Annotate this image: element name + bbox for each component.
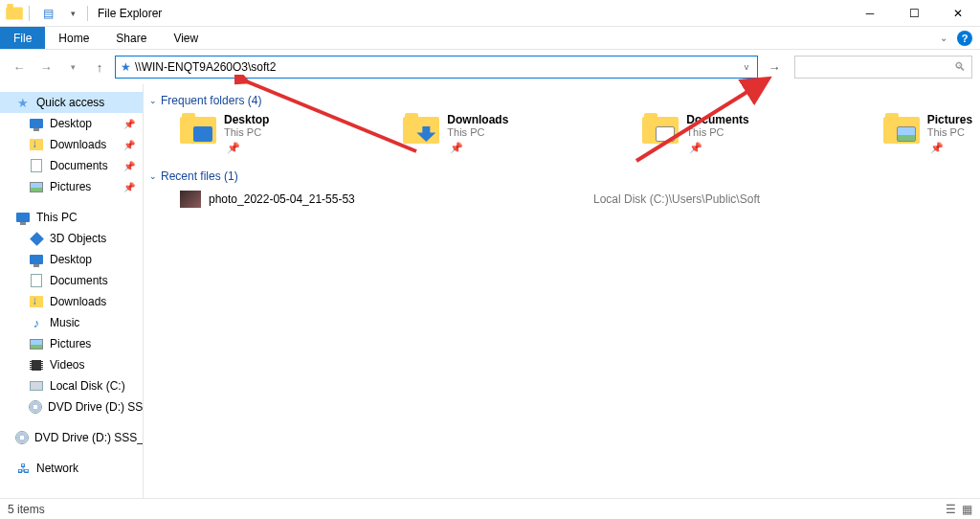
recent-locations-button[interactable]: ▾ — [61, 56, 84, 79]
sidebar-item-this-pc[interactable]: This PC — [0, 207, 143, 228]
ribbon-expand-icon[interactable]: ⌄ — [940, 33, 947, 43]
qat-properties-icon[interactable]: ▤ — [37, 3, 58, 24]
folder-location: This PC — [224, 126, 269, 138]
sidebar-label: Quick access — [36, 96, 104, 109]
sidebar-item-quick-access[interactable]: ★ Quick access — [0, 92, 143, 113]
downloads-icon — [29, 294, 44, 309]
recent-file-name: photo_2022-05-04_21-55-53 — [209, 192, 355, 206]
folder-location: This PC — [686, 126, 748, 138]
this-pc-icon — [15, 210, 31, 225]
folder-tile-pictures[interactable]: Pictures This PC 📌 — [883, 113, 972, 154]
sidebar-label: DVD Drive (D:) SSS_X… — [48, 400, 144, 414]
quick-access-star-icon: ★ — [116, 60, 135, 74]
disc-icon — [29, 399, 42, 415]
sidebar-item-downloads[interactable]: Downloads 📌 — [0, 134, 143, 155]
sidebar-label: Downloads — [50, 295, 106, 308]
documents-icon — [29, 158, 44, 173]
documents-icon — [29, 273, 44, 288]
status-item-count: 5 items — [8, 503, 45, 516]
sidebar-item-downloads-pc[interactable]: Downloads — [0, 291, 143, 312]
videos-icon — [29, 357, 44, 372]
pin-icon: 📌 — [123, 161, 135, 171]
disc-icon — [15, 430, 29, 445]
folder-tile-desktop[interactable]: Desktop This PC 📌 — [180, 113, 269, 154]
up-button[interactable]: ↑ — [88, 56, 111, 79]
sidebar-label: DVD Drive (D:) SSS_X64FRE… — [34, 431, 144, 444]
details-view-button[interactable]: ☰ — [946, 503, 956, 516]
sidebar-label: Music — [50, 316, 79, 329]
sidebar-item-documents[interactable]: Documents 📌 — [0, 155, 143, 176]
sidebar-label: Local Disk (C:) — [50, 379, 125, 393]
folder-name: Documents — [686, 113, 748, 126]
folder-icon — [403, 113, 441, 147]
drive-icon — [29, 378, 44, 394]
pin-icon: 📌 — [930, 142, 972, 154]
pin-icon: 📌 — [450, 142, 508, 154]
folder-tile-documents[interactable]: Documents This PC 📌 — [642, 113, 748, 154]
section-title: Frequent folders (4) — [161, 94, 261, 107]
music-icon: ♪ — [29, 315, 44, 330]
pin-icon: 📌 — [689, 142, 748, 154]
sidebar-item-dvd-drive[interactable]: DVD Drive (D:) SSS_X… — [0, 396, 143, 417]
folder-tile-downloads[interactable]: Downloads This PC 📌 — [403, 113, 508, 154]
sidebar-item-network[interactable]: 🖧 Network — [0, 458, 143, 479]
forward-button[interactable]: → — [34, 56, 57, 79]
sidebar-item-desktop[interactable]: Desktop 📌 — [0, 113, 143, 134]
downloads-icon — [29, 137, 44, 152]
sidebar-item-videos[interactable]: Videos — [0, 354, 143, 375]
folder-icon — [883, 113, 922, 147]
sidebar-label: Documents — [50, 274, 108, 287]
go-button[interactable]: → — [762, 56, 787, 79]
back-button[interactable]: ← — [8, 56, 31, 79]
title-bar: ▤ ▾ File Explorer ─ ☐ ✕ — [0, 0, 980, 27]
search-box[interactable]: 🔍︎ — [794, 56, 972, 79]
sidebar-label: Network — [36, 462, 78, 475]
sidebar-item-music[interactable]: ♪ Music — [0, 312, 143, 333]
status-bar: 5 items ☰ ▦ — [0, 498, 980, 519]
tab-file[interactable]: File — [0, 27, 45, 49]
folder-name: Downloads — [447, 113, 508, 126]
pin-icon: 📌 — [227, 142, 269, 154]
chevron-down-icon: ⌄ — [149, 96, 157, 105]
ribbon-tabs: File Home Share View ⌄ ? — [0, 27, 980, 50]
3d-objects-icon — [29, 231, 44, 246]
content-pane[interactable]: ⌄ Frequent folders (4) Desktop This PC 📌 — [144, 84, 980, 498]
app-icon — [4, 3, 25, 24]
pictures-icon — [29, 336, 44, 351]
sidebar-item-pictures[interactable]: Pictures 📌 — [0, 176, 143, 197]
sidebar-label: Desktop — [50, 117, 92, 130]
address-dropdown-icon[interactable]: v — [736, 62, 757, 72]
sidebar-label: Pictures — [50, 180, 91, 193]
address-input[interactable] — [135, 56, 736, 78]
pin-icon: 📌 — [123, 119, 135, 129]
sidebar-label: 3D Objects — [50, 232, 106, 245]
close-button[interactable]: ✕ — [936, 0, 980, 27]
address-bar[interactable]: ★ v — [115, 56, 758, 79]
section-recent-files[interactable]: ⌄ Recent files (1) — [147, 168, 976, 189]
folder-name: Pictures — [927, 113, 972, 126]
help-icon[interactable]: ? — [957, 31, 972, 46]
maximize-button[interactable]: ☐ — [892, 0, 936, 27]
star-icon: ★ — [15, 95, 31, 110]
sidebar-label: Videos — [50, 358, 84, 372]
recent-file-row[interactable]: photo_2022-05-04_21-55-53 Local Disk (C:… — [147, 189, 976, 210]
sidebar-item-dvd-drive-2[interactable]: DVD Drive (D:) SSS_X64FRE… — [0, 427, 143, 448]
tab-home[interactable]: Home — [45, 27, 102, 49]
sidebar-item-3d-objects[interactable]: 3D Objects — [0, 228, 143, 249]
section-title: Recent files (1) — [161, 169, 238, 183]
tab-view[interactable]: View — [160, 27, 212, 49]
minimize-button[interactable]: ─ — [848, 0, 892, 27]
sidebar-item-pictures-pc[interactable]: Pictures — [0, 333, 143, 354]
sidebar-item-documents-pc[interactable]: Documents — [0, 270, 143, 291]
sidebar-label: Downloads — [50, 138, 106, 151]
tab-share[interactable]: Share — [102, 27, 160, 49]
sidebar-item-desktop-pc[interactable]: Desktop — [0, 249, 143, 270]
sidebar-item-local-disk[interactable]: Local Disk (C:) — [0, 375, 143, 396]
image-thumbnail-icon — [180, 191, 201, 208]
qat-dropdown-icon[interactable]: ▾ — [62, 3, 83, 24]
section-frequent-folders[interactable]: ⌄ Frequent folders (4) — [147, 92, 976, 113]
navigation-pane[interactable]: ★ Quick access Desktop 📌 Downloads 📌 Doc… — [0, 84, 144, 498]
desktop-icon — [29, 252, 44, 267]
tiles-view-button[interactable]: ▦ — [962, 503, 972, 516]
folder-location: This PC — [927, 126, 972, 138]
